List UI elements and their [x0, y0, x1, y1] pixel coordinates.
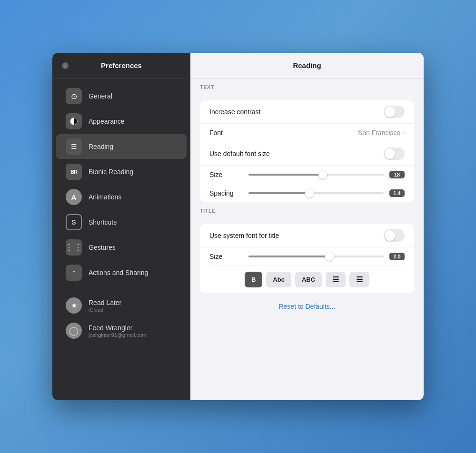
sidebar-item-feedwrangler[interactable]: ◯ Feed Wrangler joshginter91@gmail.com: [56, 318, 187, 343]
default-font-size-label: Use default font size: [209, 150, 384, 158]
gestures-icon: ⋮⋮: [66, 239, 82, 256]
reading-icon: ☰: [66, 138, 82, 155]
main-header: Reading: [190, 53, 424, 79]
sidebar-title: Preferences: [76, 61, 167, 69]
title-size-slider-fill: [248, 256, 329, 257]
increase-contrast-toggle[interactable]: [384, 106, 405, 118]
sidebar: × Preferences ⊙ General Appearance ☰ Rea…: [52, 53, 190, 400]
title-section: Use system font for title Size 2.0: [200, 224, 414, 293]
reading-label: Reading: [89, 143, 113, 150]
sidebar-item-gestures[interactable]: ⋮⋮ Gestures: [56, 235, 187, 260]
spacing-slider-value: 1.4: [389, 189, 405, 197]
animations-label: Animations: [89, 193, 121, 201]
general-label: General: [89, 92, 112, 100]
shortcuts-label: Shortcuts: [89, 218, 117, 226]
readlater-sublabel: iCloud: [89, 307, 121, 313]
align-left-button[interactable]: ☰: [326, 272, 346, 287]
readlater-info: Read Later iCloud: [89, 299, 121, 313]
animations-icon: A: [66, 189, 82, 205]
size-slider-thumb[interactable]: [318, 170, 327, 179]
readlater-label: Read Later: [89, 299, 121, 306]
size-slider-row: Size 18: [200, 165, 414, 184]
reset-button[interactable]: Reset to Defaults...: [278, 303, 335, 310]
font-label: Font: [209, 129, 358, 137]
appearance-icon: [66, 113, 82, 129]
toggle-thumb: [385, 107, 395, 117]
default-font-size-row: Use default font size: [200, 142, 414, 165]
size-slider-label: Size: [209, 171, 243, 178]
increase-contrast-row: Increase contrast: [200, 100, 414, 123]
system-font-title-toggle[interactable]: [384, 229, 405, 242]
sidebar-nav: ⊙ General Appearance ☰ Reading BR Bionic…: [52, 79, 190, 400]
font-value: San Francisco: [358, 129, 400, 137]
increase-contrast-label: Increase contrast: [209, 108, 384, 116]
title-section-label: TITLE: [190, 202, 424, 217]
sidebar-item-appearance[interactable]: Appearance: [56, 109, 187, 134]
bionic-icon: BR: [66, 164, 82, 180]
system-font-title-row: Use system font for title: [200, 224, 414, 247]
spacing-slider-label: Spacing: [209, 189, 243, 197]
toggle-thumb-3: [385, 230, 395, 241]
close-icon: ×: [64, 63, 66, 68]
sidebar-header: × Preferences: [52, 53, 190, 79]
size-slider-value: 18: [389, 171, 405, 178]
toggle-thumb-2: [385, 148, 395, 159]
text-section-label: TEXT: [190, 79, 424, 93]
feedwrangler-sublabel: joshginter91@gmail.com: [89, 332, 146, 338]
title-size-slider-row: Size 2.0: [200, 247, 414, 266]
spacing-slider-track[interactable]: [248, 192, 384, 194]
sidebar-item-general[interactable]: ⊙ General: [56, 84, 187, 108]
sidebar-item-animations[interactable]: A Animations: [56, 185, 187, 209]
shortcuts-icon: S: [66, 214, 82, 230]
feedwrangler-info: Feed Wrangler joshginter91@gmail.com: [89, 324, 146, 338]
font-row[interactable]: Font San Francisco ›: [200, 123, 414, 142]
preferences-window: × Preferences ⊙ General Appearance ☰ Rea…: [52, 53, 424, 400]
size-slider-track[interactable]: [248, 174, 384, 176]
title-size-slider-track[interactable]: [248, 256, 384, 257]
font-chevron-icon: ›: [402, 129, 405, 137]
sidebar-item-reading[interactable]: ☰ Reading: [56, 134, 187, 159]
spacing-slider-row: Spacing 1.4: [200, 184, 414, 202]
feedwrangler-label: Feed Wrangler: [89, 324, 146, 332]
title-size-slider-value: 2.0: [389, 253, 405, 260]
spacing-slider-thumb[interactable]: [305, 189, 314, 197]
sidebar-item-bionic[interactable]: BR Bionic Reading: [56, 159, 187, 184]
main-title: Reading: [205, 61, 409, 69]
reset-section: Reset to Defaults...: [190, 293, 424, 320]
general-icon: ⊙: [66, 88, 82, 104]
spacing-slider-fill: [248, 192, 309, 194]
uppercase-button[interactable]: ABC: [295, 272, 322, 287]
toolbar: B Abc ABC ☰ ☰: [209, 266, 405, 293]
appearance-label: Appearance: [89, 118, 125, 125]
main-content: TEXT Increase contrast Font San Francisc…: [190, 79, 424, 400]
sidebar-separator: [62, 289, 181, 289]
default-font-size-toggle[interactable]: [384, 148, 405, 160]
bionic-label: Bionic Reading: [89, 168, 133, 176]
sidebar-item-readlater[interactable]: ★ Read Later iCloud: [56, 293, 187, 318]
sidebar-item-actions[interactable]: ↑ Actions and Sharing: [56, 260, 187, 285]
actions-icon: ↑: [66, 265, 82, 281]
align-right-button[interactable]: ☰: [349, 272, 369, 287]
actions-label: Actions and Sharing: [89, 269, 148, 276]
bold-button[interactable]: B: [245, 272, 262, 287]
title-size-slider-thumb[interactable]: [325, 252, 334, 261]
size-slider-fill: [248, 174, 323, 176]
feedwrangler-icon: ◯: [66, 323, 82, 339]
system-font-title-label: Use system font for title: [209, 232, 384, 239]
close-button[interactable]: ×: [62, 62, 69, 69]
titlecase-button[interactable]: Abc: [266, 272, 291, 287]
gestures-label: Gestures: [89, 244, 116, 251]
main-panel: Reading TEXT Increase contrast Font San …: [190, 53, 424, 400]
title-size-slider-label: Size: [209, 253, 243, 260]
readlater-icon: ★: [66, 297, 82, 314]
text-section: Increase contrast Font San Francisco › U…: [200, 100, 414, 202]
sidebar-item-shortcuts[interactable]: S Shortcuts: [56, 210, 187, 235]
